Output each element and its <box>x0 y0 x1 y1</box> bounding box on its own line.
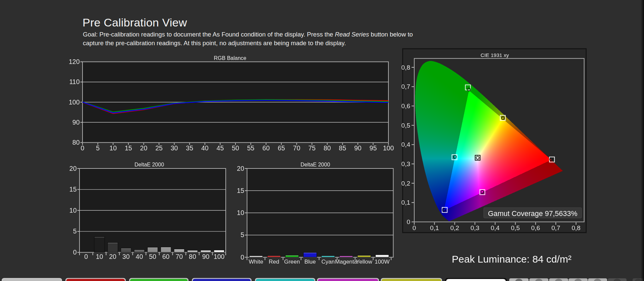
svg-text:30: 30 <box>171 144 178 152</box>
svg-text:10: 10 <box>96 253 103 260</box>
svg-text:5: 5 <box>73 227 77 235</box>
svg-text:80: 80 <box>324 144 331 152</box>
svg-text:Yellow: Yellow <box>356 259 372 265</box>
svg-text:110: 110 <box>69 78 79 85</box>
svg-text:15: 15 <box>237 187 244 194</box>
svg-text:0,7: 0,7 <box>551 224 560 231</box>
svg-text:Gamut Coverage 97,5633%: Gamut Coverage 97,5633% <box>488 210 578 218</box>
svg-text:10: 10 <box>69 207 77 214</box>
svg-text:Blue: Blue <box>304 259 316 265</box>
svg-text:0: 0 <box>413 224 416 231</box>
svg-text:0: 0 <box>81 144 85 152</box>
svg-text:80: 80 <box>189 253 196 260</box>
svg-text:60: 60 <box>162 253 170 260</box>
svg-text:120: 120 <box>69 58 80 65</box>
svg-text:0,2: 0,2 <box>401 180 410 187</box>
svg-text:0,5: 0,5 <box>511 224 520 231</box>
svg-text:0,7: 0,7 <box>401 83 410 90</box>
svg-text:90: 90 <box>72 119 80 126</box>
svg-text:20: 20 <box>237 165 244 172</box>
svg-text:30: 30 <box>122 253 130 260</box>
svg-text:80: 80 <box>72 139 80 146</box>
svg-text:35: 35 <box>186 144 193 152</box>
svg-text:100: 100 <box>383 144 394 152</box>
svg-text:0,3: 0,3 <box>401 160 410 167</box>
svg-text:0,8: 0,8 <box>572 224 580 231</box>
svg-text:White: White <box>249 259 263 265</box>
svg-text:100W: 100W <box>375 259 389 265</box>
svg-text:0,4: 0,4 <box>401 141 411 148</box>
svg-text:DeltaE 2000: DeltaE 2000 <box>301 162 330 167</box>
svg-text:Red: Red <box>269 259 279 265</box>
svg-text:55: 55 <box>247 144 255 152</box>
svg-text:15: 15 <box>69 186 77 193</box>
svg-text:0,5: 0,5 <box>401 122 410 129</box>
svg-text:0: 0 <box>407 218 410 225</box>
svg-text:75: 75 <box>308 144 316 152</box>
svg-text:CIE 1931 xy: CIE 1931 xy <box>481 52 509 58</box>
svg-text:95: 95 <box>370 144 377 152</box>
svg-text:DeltaE 2000: DeltaE 2000 <box>135 162 164 167</box>
svg-text:85: 85 <box>339 144 346 152</box>
svg-text:50: 50 <box>232 144 239 152</box>
svg-text:10: 10 <box>237 209 244 216</box>
svg-text:0: 0 <box>73 249 77 256</box>
svg-text:RGB Balance: RGB Balance <box>214 55 247 61</box>
svg-text:70: 70 <box>293 144 301 152</box>
svg-text:70: 70 <box>175 253 183 260</box>
svg-text:20: 20 <box>109 253 116 260</box>
svg-text:0: 0 <box>240 254 244 261</box>
svg-text:Cyan: Cyan <box>321 259 335 265</box>
svg-text:0,4: 0,4 <box>491 224 500 231</box>
svg-text:90: 90 <box>202 253 210 260</box>
svg-text:0,6: 0,6 <box>401 102 410 110</box>
svg-text:5: 5 <box>240 231 244 238</box>
svg-text:0,1: 0,1 <box>401 199 410 206</box>
svg-text:50: 50 <box>149 253 156 260</box>
svg-text:0,1: 0,1 <box>430 224 439 231</box>
svg-text:Magenta: Magenta <box>335 259 358 265</box>
svg-text:60: 60 <box>262 144 270 152</box>
svg-text:0,8: 0,8 <box>401 64 410 71</box>
svg-text:20: 20 <box>140 144 148 152</box>
svg-text:100: 100 <box>214 253 225 260</box>
svg-text:90: 90 <box>354 144 362 152</box>
svg-text:0,3: 0,3 <box>471 224 479 231</box>
svg-text:45: 45 <box>217 144 224 152</box>
svg-text:Green: Green <box>284 259 300 265</box>
svg-text:0,2: 0,2 <box>450 224 459 231</box>
svg-text:0,6: 0,6 <box>531 224 540 231</box>
svg-text:5: 5 <box>96 144 100 152</box>
svg-text:40: 40 <box>136 253 143 260</box>
svg-text:10: 10 <box>109 144 117 152</box>
svg-text:65: 65 <box>278 144 285 152</box>
svg-text:20: 20 <box>69 165 77 172</box>
svg-text:25: 25 <box>155 144 163 152</box>
svg-text:40: 40 <box>201 144 209 152</box>
svg-text:15: 15 <box>125 144 132 152</box>
svg-text:100: 100 <box>69 98 80 106</box>
svg-text:0: 0 <box>84 253 88 260</box>
